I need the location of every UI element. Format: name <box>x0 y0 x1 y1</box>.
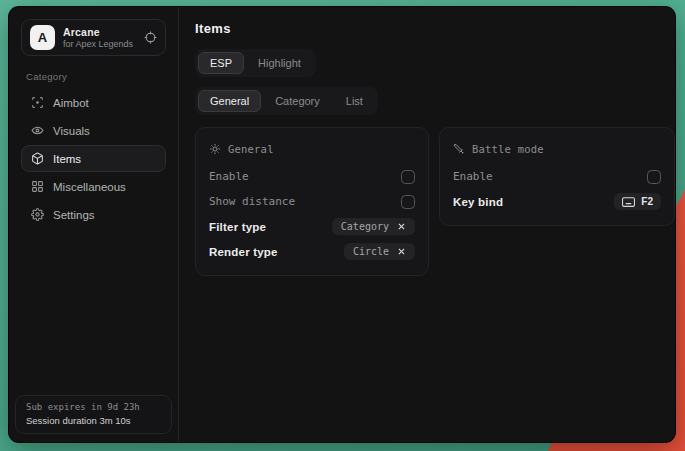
setting-row-show-distance: Show distance <box>209 189 415 214</box>
general-panel-title: General <box>228 143 274 155</box>
sidebar-item-items[interactable]: Items <box>21 145 166 172</box>
sidebar: A Arcane for Apex Legends Category Aimbo… <box>9 7 179 442</box>
gear-icon <box>31 208 44 221</box>
sidebar-item-settings[interactable]: Settings <box>21 201 166 228</box>
render-type-select[interactable]: Circle <box>344 243 415 260</box>
setting-row-enable: Enable <box>209 164 415 189</box>
battle-mode-panel: Battle mode Enable Key bind F2 <box>439 127 675 226</box>
enable-label: Enable <box>209 170 249 183</box>
sidebar-item-visuals[interactable]: Visuals <box>21 117 166 144</box>
tab-general[interactable]: General <box>198 90 261 112</box>
show-distance-checkbox[interactable] <box>401 195 415 209</box>
sub-expiry-text: Sub expires in 9d 23h <box>26 402 161 412</box>
tab-highlight[interactable]: Highlight <box>246 52 313 74</box>
sidebar-item-label: Aimbot <box>53 97 89 109</box>
general-panel-header: General <box>209 138 415 159</box>
app-window: A Arcane for Apex Legends Category Aimbo… <box>8 6 676 443</box>
setting-row-key-bind: Key bind F2 <box>453 189 661 214</box>
keybind-value: F2 <box>641 196 653 207</box>
sidebar-item-aimbot[interactable]: Aimbot <box>21 89 166 116</box>
filter-type-value: Category <box>341 221 389 232</box>
main-content: Items ESP Highlight General Category Lis… <box>179 7 676 442</box>
page-title: Items <box>195 21 675 36</box>
show-distance-label: Show distance <box>209 195 295 208</box>
mode-tabbar: ESP Highlight <box>195 49 316 77</box>
setting-row-render-type: Render type Circle <box>209 239 415 264</box>
subscription-info-box: Sub expires in 9d 23h Session duration 3… <box>15 395 172 434</box>
sidebar-item-miscellaneous[interactable]: Miscellaneous <box>21 173 166 200</box>
render-type-value: Circle <box>353 246 389 257</box>
sidebar-item-label: Miscellaneous <box>53 181 126 193</box>
sword-icon <box>453 143 465 155</box>
setting-row-filter-type: Filter type Category <box>209 214 415 239</box>
sidebar-item-label: Visuals <box>53 125 90 137</box>
aimbot-scan-icon <box>31 96 44 109</box>
eye-icon <box>31 124 44 137</box>
app-name: Arcane <box>63 26 136 38</box>
sidebar-item-label: Items <box>53 153 81 165</box>
sun-icon <box>209 143 221 155</box>
package-icon <box>31 152 44 165</box>
app-logo: A <box>30 25 55 50</box>
app-subtitle: for Apex Legends <box>63 39 136 49</box>
tab-category[interactable]: Category <box>263 90 332 112</box>
brand-header: A Arcane for Apex Legends <box>21 19 166 56</box>
key-bind-label: Key bind <box>453 196 503 208</box>
session-duration-text: Session duration 3m 10s <box>26 415 161 426</box>
filter-type-label: Filter type <box>209 221 266 233</box>
enable-checkbox[interactable] <box>401 170 415 184</box>
category-section-label: Category <box>26 71 161 82</box>
sidebar-nav: Aimbot Visuals Items <box>21 89 166 228</box>
setting-row-battle-enable: Enable <box>453 164 661 189</box>
battle-enable-label: Enable <box>453 170 493 183</box>
grid-icon <box>31 180 44 193</box>
filter-type-select[interactable]: Category <box>332 218 415 235</box>
view-tabbar: General Category List <box>195 87 378 115</box>
render-type-label: Render type <box>209 246 278 258</box>
battle-mode-panel-header: Battle mode <box>453 138 661 159</box>
tab-esp[interactable]: ESP <box>198 52 244 74</box>
battle-enable-checkbox[interactable] <box>647 170 661 184</box>
panels-row: General Enable Show distance Filter type… <box>195 127 675 276</box>
battle-mode-panel-title: Battle mode <box>472 143 544 155</box>
brand-text: Arcane for Apex Legends <box>63 26 136 49</box>
clear-icon[interactable] <box>397 222 406 231</box>
sidebar-item-label: Settings <box>53 209 95 221</box>
crosshair-icon[interactable] <box>144 31 157 44</box>
clear-icon[interactable] <box>397 247 406 256</box>
keybind-button[interactable]: F2 <box>614 193 661 210</box>
tab-list[interactable]: List <box>334 90 375 112</box>
general-panel: General Enable Show distance Filter type… <box>195 127 429 276</box>
keyboard-icon <box>622 197 635 207</box>
